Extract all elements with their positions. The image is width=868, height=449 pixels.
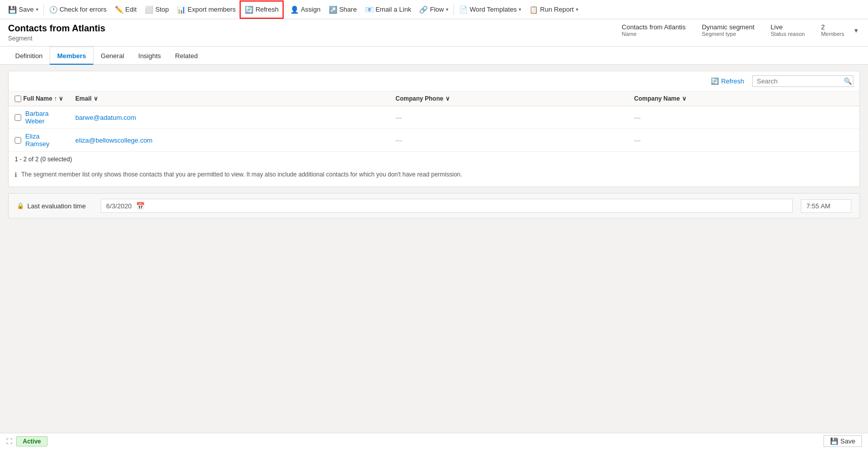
fullname-sort-icon: ↑ [54,95,57,102]
run-report-chevron-icon[interactable]: ▾ [576,7,578,12]
table-toolbar: 🔄 Refresh 🔍 [9,71,859,92]
tab-related[interactable]: Related [168,47,205,65]
info-icon: ℹ [15,171,17,178]
evaluation-time-field: 7:55 AM [801,199,851,213]
evaluation-label: 🔒 Last evaluation time [17,202,93,210]
evaluation-card: 🔒 Last evaluation time 6/3/2020 📅 7:55 A… [8,193,860,218]
flow-chevron-icon[interactable]: ▾ [446,7,448,12]
fullname-sort-dropdown[interactable]: ∨ [59,95,63,102]
company-phone-sort-icon[interactable]: ∨ [445,95,450,102]
info-message: ℹ The segment member list only shows tho… [9,167,859,187]
tabs-bar: Definition Members General Insights Rela… [0,47,868,65]
page-meta: Contacts from Atlantis Name Dynamic segm… [622,23,844,37]
search-icon: 🔍 [844,77,852,85]
row1-company-name: --- [628,106,859,129]
evaluation-date-field: 6/3/2020 📅 [101,199,793,213]
assign-icon: 👤 [290,6,299,14]
flow-button[interactable]: 🔗 Flow ▾ [415,1,452,19]
row1-checkbox[interactable] [15,114,21,121]
page-header-right: Contacts from Atlantis Name Dynamic segm… [622,23,860,37]
tab-members[interactable]: Members [50,47,94,65]
check-all-header: Full Name ↑ ∨ [9,92,69,106]
main-content: 🔄 Refresh 🔍 Full Name ↑ [0,65,868,433]
company-name-col-header: Company Name ∨ [628,92,859,106]
status-badge: Active [16,436,48,446]
company-phone-col-header: Company Phone ∨ [389,92,628,106]
email-col-sort-icon[interactable]: ∨ [94,95,98,102]
bottom-left: ⛶ Active [6,436,48,446]
search-box: 🔍 [752,75,853,87]
row1-fullname-link[interactable]: Barbara Weber [25,110,63,125]
meta-status-reason: Live Status reason [770,23,805,37]
meta-name: Contacts from Atlantis Name [622,23,686,37]
meta-segment-type: Dynamic segment Segment type [702,23,754,37]
select-all-checkbox[interactable] [15,96,21,102]
table-row: Eliza Ramsey eliza@bellowscollege.com --… [9,129,859,152]
evaluation-row: 🔒 Last evaluation time 6/3/2020 📅 7:55 A… [9,194,859,218]
header-collapse-button[interactable]: ▾ [852,24,860,36]
email-link-icon: 📧 [365,6,374,14]
calendar-icon: 📅 [136,202,145,210]
email-col-header: Email ∨ [69,92,389,106]
row2-company-name: --- [628,129,859,152]
export-icon: 📊 [177,6,186,14]
share-icon: ↗️ [329,6,337,14]
tab-general[interactable]: General [94,47,131,65]
export-members-button[interactable]: 📊 Export members [173,1,240,19]
stop-button[interactable]: ⬜ Stop [141,1,173,19]
word-templates-icon: 📄 [459,6,468,14]
row2-checkbox[interactable] [15,137,21,144]
table-refresh-icon: 🔄 [711,77,719,85]
lock-icon: 🔒 [17,202,24,209]
row2-company-phone: --- [389,129,628,152]
page-header-left: Contacts from Atlantis Segment [8,23,105,42]
page-header: Contacts from Atlantis Segment Contacts … [0,19,868,47]
refresh-button[interactable]: 🔄 Refresh [240,1,284,19]
row1-company-phone: --- [389,106,628,129]
main-toolbar: 💾 Save ▾ 🕐 Check for errors ✏️ Edit ⬜ St… [0,0,868,19]
run-report-button[interactable]: 📋 Run Report ▾ [525,1,582,19]
page-subtitle: Segment [8,35,105,42]
run-report-icon: 📋 [529,6,538,14]
email-link-button[interactable]: 📧 Email a Link [361,1,416,19]
flow-icon: 🔗 [419,6,428,14]
row2-email[interactable]: eliza@bellowscollege.com [69,129,389,152]
word-templates-button[interactable]: 📄 Word Templates ▾ [455,1,525,19]
fullname-col-header: Full Name ↑ ∨ [23,95,63,102]
tab-definition[interactable]: Definition [8,47,50,65]
bottom-save-button[interactable]: 💾 Save [824,435,862,447]
search-input[interactable] [757,77,842,85]
members-table: Full Name ↑ ∨ Email ∨ [9,92,859,152]
save-icon: 💾 [8,6,17,14]
table-refresh-button[interactable]: 🔄 Refresh [707,75,748,87]
record-count: 1 - 2 of 2 (0 selected) [9,152,859,167]
edit-icon: ✏️ [115,6,123,14]
save-button[interactable]: 💾 Save ▾ [4,1,42,19]
tab-insights[interactable]: Insights [131,47,168,65]
table-row: Barbara Weber barwe@adatum.com --- --- [9,106,859,129]
share-button[interactable]: ↗️ Share [325,1,361,19]
save-chevron-icon[interactable]: ▾ [36,7,38,12]
toolbar-sep-2 [285,4,285,15]
edit-button[interactable]: ✏️ Edit [111,1,141,19]
bottom-bar: ⛶ Active 💾 Save [0,433,868,449]
row2-fullname-link[interactable]: Eliza Ramsey [25,132,63,148]
meta-members: 2 Members [821,23,844,37]
company-name-sort-icon[interactable]: ∨ [682,95,687,102]
assign-button[interactable]: 👤 Assign [286,1,325,19]
members-table-card: 🔄 Refresh 🔍 Full Name ↑ [8,71,860,187]
word-templates-chevron-icon[interactable]: ▾ [519,7,521,12]
check-errors-button[interactable]: 🕐 Check for errors [45,1,111,19]
toolbar-sep-1 [43,4,44,15]
check-errors-icon: 🕐 [49,6,58,14]
expand-icon[interactable]: ⛶ [6,438,12,445]
toolbar-sep-3 [453,4,454,15]
bottom-save-icon: 💾 [830,437,838,445]
page-title: Contacts from Atlantis [8,23,105,34]
row2-fullname: Eliza Ramsey [9,129,69,152]
row1-fullname: Barbara Weber [9,106,69,129]
table-header-row: Full Name ↑ ∨ Email ∨ [9,92,859,106]
refresh-icon: 🔄 [245,6,253,14]
row1-email[interactable]: barwe@adatum.com [69,106,389,129]
stop-icon: ⬜ [145,6,153,14]
